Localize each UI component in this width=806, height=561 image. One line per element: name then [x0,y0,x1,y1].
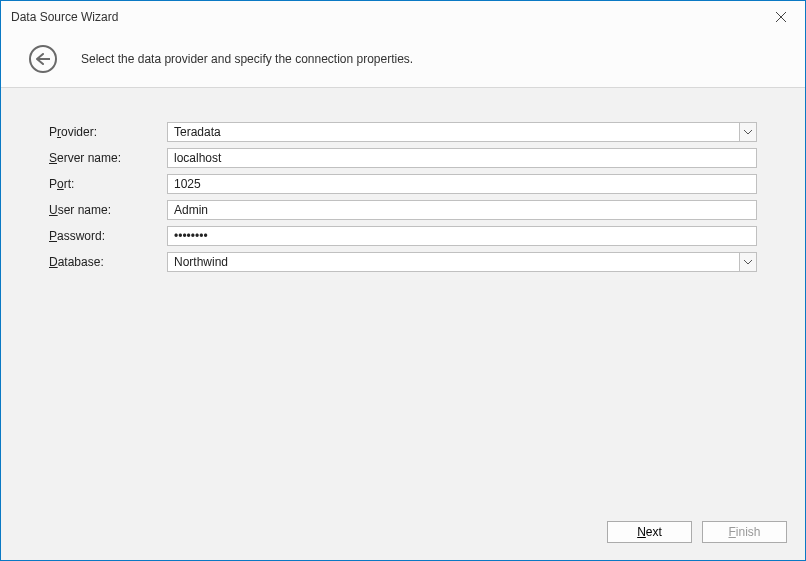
wizard-body: Provider: Server name: Port: User n [1,88,805,510]
database-dropdown-button[interactable] [739,252,757,272]
row-database: Database: [49,252,757,272]
label-server: Server name: [49,151,167,165]
row-port: Port: [49,174,757,194]
label-password: Password: [49,229,167,243]
chevron-down-icon [744,260,752,265]
finish-button: Finish [702,521,787,543]
port-input[interactable] [167,174,757,194]
wizard-footer: Next Finish [1,510,805,560]
row-provider: Provider: [49,122,757,142]
window-title: Data Source Wizard [11,10,767,24]
user-input[interactable] [167,200,757,220]
close-button[interactable] [767,3,795,31]
wizard-header: Select the data provider and specify the… [1,33,805,88]
row-server: Server name: [49,148,757,168]
provider-dropdown-button[interactable] [739,122,757,142]
server-input[interactable] [167,148,757,168]
database-input[interactable] [167,252,739,272]
arrow-left-icon [36,53,50,65]
header-subtitle: Select the data provider and specify the… [81,52,413,66]
wizard-window: Data Source Wizard Select the data provi… [0,0,806,561]
provider-combo[interactable] [167,122,757,142]
label-provider: Provider: [49,125,167,139]
row-user: User name: [49,200,757,220]
label-port: Port: [49,177,167,191]
password-input[interactable] [167,226,757,246]
label-database: Database: [49,255,167,269]
provider-input[interactable] [167,122,739,142]
close-icon [776,12,786,22]
row-password: Password: [49,226,757,246]
chevron-down-icon [744,130,752,135]
titlebar: Data Source Wizard [1,1,805,33]
back-button[interactable] [29,45,57,73]
label-user: User name: [49,203,167,217]
database-combo[interactable] [167,252,757,272]
next-button[interactable]: Next [607,521,692,543]
